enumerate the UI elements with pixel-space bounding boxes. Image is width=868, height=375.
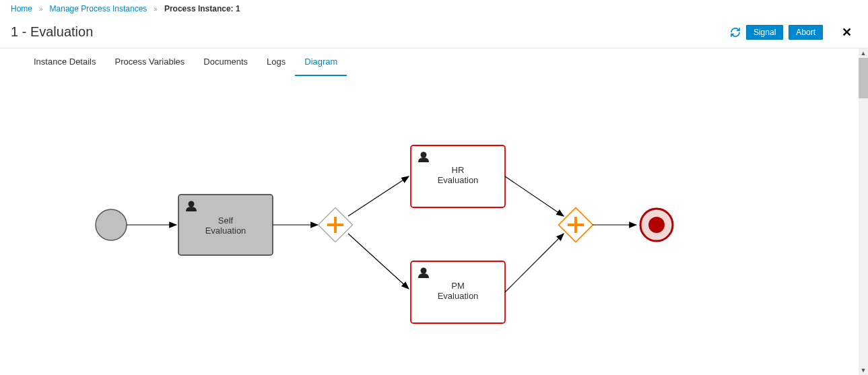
tabs: Instance Details Process Variables Docum…	[11, 48, 857, 77]
header-actions: Signal Abort ✕	[730, 25, 857, 40]
abort-button[interactable]: Abort	[789, 25, 823, 40]
start-event[interactable]	[96, 209, 127, 240]
task-pm-label-2: Evaluation	[438, 291, 479, 301]
refresh-icon[interactable]	[730, 27, 741, 38]
svg-point-1	[189, 201, 195, 207]
page-title: 1 - Evaluation	[11, 24, 93, 40]
svg-point-4	[421, 268, 427, 274]
sequence-flow	[505, 234, 564, 292]
tab-instance-details[interactable]: Instance Details	[24, 48, 106, 76]
sequence-flow	[505, 176, 564, 216]
tab-diagram[interactable]: Diagram	[295, 48, 347, 76]
tab-documents[interactable]: Documents	[194, 48, 257, 76]
task-hr-label-2: Evaluation	[438, 175, 479, 185]
sequence-flow	[348, 234, 409, 289]
end-event-inner	[648, 217, 665, 233]
task-self-label-1: Self	[218, 215, 234, 226]
breadcrumb-current: Process Instance: 1	[164, 4, 240, 13]
diagram-canvas[interactable]: Self Evaluation HR Evaluation	[27, 90, 835, 375]
scroll-down-icon[interactable]: ▼	[859, 366, 868, 375]
close-icon[interactable]: ✕	[842, 25, 852, 40]
breadcrumb: Home » Manage Process Instances » Proces…	[0, 0, 868, 18]
tab-logs[interactable]: Logs	[257, 48, 295, 76]
task-hr-label-1: HR	[452, 165, 465, 175]
diagram-content: Self Evaluation HR Evaluation	[0, 77, 868, 375]
vertical-scrollbar[interactable]: ▲ ▼	[859, 48, 868, 375]
breadcrumb-manage[interactable]: Manage Process Instances	[50, 4, 147, 13]
task-self-label-2: Evaluation	[205, 226, 246, 236]
breadcrumb-separator-icon: »	[39, 5, 43, 13]
sequence-flow	[348, 176, 409, 216]
scroll-up-icon[interactable]: ▲	[859, 48, 868, 58]
breadcrumb-home[interactable]: Home	[11, 4, 32, 13]
tab-process-variables[interactable]: Process Variables	[106, 48, 195, 76]
bpmn-diagram: Self Evaluation HR Evaluation	[27, 90, 835, 375]
signal-button[interactable]: Signal	[746, 25, 783, 40]
task-pm-label-1: PM	[451, 281, 465, 291]
page-header: 1 - Evaluation Signal Abort ✕	[0, 18, 868, 48]
scrollbar-thumb[interactable]	[859, 58, 868, 98]
breadcrumb-separator-icon: »	[154, 5, 158, 13]
svg-point-3	[421, 152, 427, 158]
